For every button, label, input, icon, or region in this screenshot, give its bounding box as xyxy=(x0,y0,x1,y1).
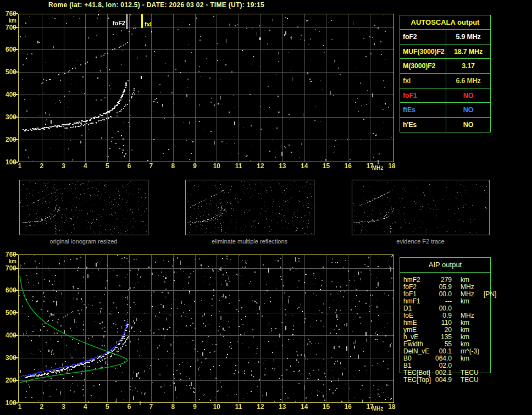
x-tick-label: 14 xyxy=(297,404,312,410)
x-tick-label: 12 xyxy=(253,163,268,169)
y-tick-label: 500 xyxy=(0,69,16,75)
x-tick-label: 10 xyxy=(209,404,224,410)
y-tick-label: 600 xyxy=(0,47,16,53)
x-tick-label: 2 xyxy=(35,163,49,169)
x-tick-label: 5 xyxy=(100,163,114,169)
aip-unit: TECU xyxy=(461,377,480,384)
y-axis-unit-label: km xyxy=(0,258,16,264)
x-tick-label: 15 xyxy=(319,404,333,410)
y-tick-label: 400 xyxy=(0,92,16,98)
x-tick-label: 13 xyxy=(275,163,290,169)
y-tick-label: 500 xyxy=(0,310,16,316)
bottom-ionogram-canvas xyxy=(14,250,398,407)
x-tick-label: 9 xyxy=(188,163,202,169)
foF2-marker-line xyxy=(126,14,128,29)
x-tick-label: 14 xyxy=(297,163,312,169)
x-tick-label: 7 xyxy=(144,163,158,169)
aip-row: B0064.0km xyxy=(403,355,530,362)
autoscala-row-label: M(3000)F2 xyxy=(400,59,446,73)
autoscala-row: foF25.9 MHz xyxy=(400,30,490,45)
x-tick-label: 10 xyxy=(209,163,224,169)
x-tick-label: 3 xyxy=(57,163,71,169)
autoscala-row-label: foF2 xyxy=(400,30,446,44)
aip-unit: km xyxy=(461,298,480,305)
x-tick-label: 18 xyxy=(385,404,399,410)
y-tick-label: 760 xyxy=(0,11,16,17)
x-tick-label: 16 xyxy=(341,163,355,169)
x-tick-label: 5 xyxy=(100,404,114,410)
thumbnail-caption-eliminate: eliminate multiple reflections xyxy=(195,238,304,245)
station-date-time-title: Rome (lat: +41.8, lon: 012.5) - DATE: 20… xyxy=(48,1,264,9)
x-tick-label: 15 xyxy=(319,163,333,169)
x-tick-label: 4 xyxy=(78,163,92,169)
aip-row: TEC[Top]004.9TECU xyxy=(403,377,530,384)
autoscala-row: h'EsNO xyxy=(400,118,490,132)
x-tick-label: 18 xyxy=(385,163,399,169)
thumbnail-original-ionogram xyxy=(19,180,148,235)
autoscala-row: foF1NO xyxy=(400,88,490,103)
autoscala-row-label: fxI xyxy=(400,74,446,88)
autoscala-app-window: Rome (lat: +41.8, lon: 012.5) - DATE: 20… xyxy=(0,0,532,415)
autoscala-row-value: NO xyxy=(446,88,490,103)
autoscala-row-value: NO xyxy=(446,118,490,132)
x-tick-label: 12 xyxy=(253,404,268,410)
y-tick-label: 100 xyxy=(0,400,16,406)
autoscala-row-label: ftEs xyxy=(400,103,446,117)
aip-unit: km xyxy=(461,355,480,362)
x-tick-label: 11 xyxy=(231,163,246,169)
x-tick-label: 8 xyxy=(166,163,180,169)
autoscala-row: M(3000)F23.17 xyxy=(400,59,490,74)
aip-table-rows: hmF2279kmfoF205.9MHzfoF100.0MHz[PN]hmF1-… xyxy=(403,276,530,384)
thumbnail-evidence-f2-trace xyxy=(352,180,490,235)
x-tick-label: 13 xyxy=(275,404,290,410)
aip-value: 004.9 xyxy=(432,377,452,384)
autoscala-row-value: 3.17 xyxy=(446,59,490,73)
x-tick-label: 11 xyxy=(231,404,246,410)
aip-label: TEC[Top] xyxy=(403,377,432,384)
fxI-marker-label: fxI xyxy=(145,21,152,27)
y-tick-label: 200 xyxy=(0,137,16,143)
y-tick-label: 100 xyxy=(0,159,16,165)
y-axis-unit-label: km xyxy=(0,18,16,24)
y-tick-label: 200 xyxy=(0,378,16,384)
x-tick-label: 8 xyxy=(166,404,180,410)
y-tick-label: 300 xyxy=(0,114,16,120)
y-tick-label: 300 xyxy=(0,355,16,361)
autoscala-row: ftEsNO xyxy=(400,103,490,118)
x-tick-label: 4 xyxy=(78,404,92,410)
fxI-marker-line xyxy=(141,14,143,28)
y-tick-label: 600 xyxy=(0,287,16,294)
foF2-marker-label: foF2 xyxy=(108,20,125,26)
x-tick-label: 3 xyxy=(57,404,71,410)
thumbnail-caption-original: original ionogram resized xyxy=(29,238,138,245)
y-tick-label: 760 xyxy=(0,252,16,258)
x-tick-label: 9 xyxy=(188,404,202,410)
aip-extra: [PN] xyxy=(484,291,496,298)
x-tick-label: 6 xyxy=(122,163,136,169)
autoscala-row: fxI6.6 MHz xyxy=(400,74,490,88)
aip-row: hmF1---km xyxy=(403,298,530,305)
autoscala-row-label: h'Es xyxy=(400,118,446,132)
autoscala-output-table: AUTOSCALA output foF25.9 MHzMUF(3000)F21… xyxy=(400,15,491,132)
autoscala-table-title: AUTOSCALA output xyxy=(400,15,490,30)
thumbnail-eliminate-reflections xyxy=(185,180,314,235)
aip-table-title: AIP output xyxy=(400,258,490,273)
x-tick-label: 6 xyxy=(122,404,136,410)
autoscala-table-rows: foF25.9 MHzMUF(3000)F218.7 MHzM(3000)F23… xyxy=(400,30,490,132)
autoscala-row-label: MUF(3000)F2 xyxy=(400,45,446,59)
autoscala-row-label: foF1 xyxy=(400,88,446,103)
x-tick-label: 7 xyxy=(144,404,158,410)
y-tick-label: 400 xyxy=(0,333,16,339)
autoscala-row-value: 18.7 MHz xyxy=(446,45,490,59)
top-ionogram-canvas xyxy=(14,9,398,167)
autoscala-row-value: 6.6 MHz xyxy=(446,74,490,88)
aip-output-table: AIP output hmF2279kmfoF205.9MHzfoF100.0M… xyxy=(400,257,491,373)
autoscala-row-value: NO xyxy=(446,103,490,117)
x-axis-unit-label: MHz xyxy=(372,165,384,171)
x-tick-label: 2 xyxy=(35,404,49,410)
y-tick-label: 700 xyxy=(0,25,16,31)
y-tick-label: 700 xyxy=(0,265,16,272)
autoscala-row: MUF(3000)F218.7 MHz xyxy=(400,45,490,59)
thumbnail-caption-evidence: evidence F2 trace xyxy=(365,238,475,245)
x-tick-label: 16 xyxy=(341,404,355,410)
